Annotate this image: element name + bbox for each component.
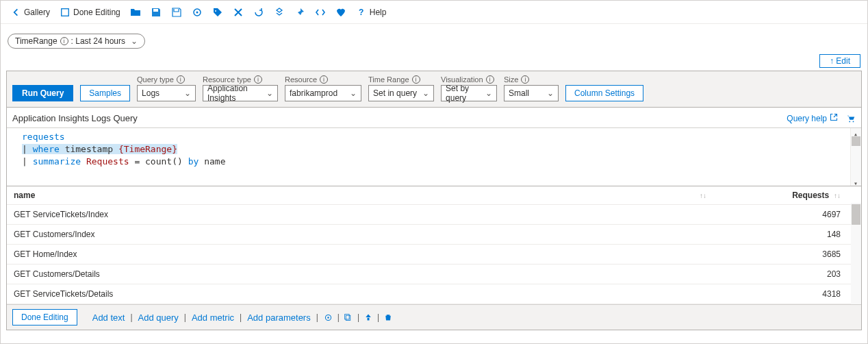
- edit-button[interactable]: ↑ Edit: [819, 54, 860, 68]
- gear-icon[interactable]: [324, 312, 333, 322]
- stop-edit-icon: [60, 7, 71, 18]
- add-parameters-link[interactable]: Add parameters: [247, 312, 311, 323]
- gallery-button[interactable]: Gallery: [6, 4, 54, 21]
- cell-requests: 4697: [724, 205, 861, 225]
- heart-icon[interactable]: [331, 4, 350, 21]
- table-row[interactable]: GET Customers/Details203: [7, 265, 861, 284]
- samples-button[interactable]: Samples: [80, 85, 130, 101]
- time-range-select[interactable]: Set in query⌄: [368, 85, 434, 101]
- table-scrollbar[interactable]: [851, 203, 861, 304]
- done-editing-button[interactable]: Done Editing: [12, 309, 77, 325]
- tag-icon[interactable]: [208, 4, 227, 21]
- sort-icon: ↑↓: [700, 192, 706, 199]
- scroll-up-icon[interactable]: ▴: [852, 128, 860, 136]
- svg-point-4: [853, 121, 854, 122]
- pin-icon[interactable]: [290, 4, 309, 21]
- add-text-link[interactable]: Add text: [92, 312, 125, 323]
- svg-point-6: [328, 317, 329, 318]
- chevron-down-icon: ⌄: [266, 88, 273, 98]
- save-as-icon[interactable]: [167, 4, 186, 21]
- info-icon: i: [412, 75, 420, 84]
- settings-icon[interactable]: [188, 4, 207, 21]
- editor-scrollbar[interactable]: ▴ ▾: [850, 128, 861, 186]
- results-table: name ↑↓ Requests ↑↓ GET ServiceTickets/I…: [7, 186, 861, 304]
- cell-name: GET Customers/Index: [7, 225, 724, 245]
- info-icon: i: [320, 75, 328, 84]
- col-requests[interactable]: Requests ↑↓: [724, 186, 861, 205]
- open-external-icon: [830, 113, 838, 123]
- scroll-thumb[interactable]: [852, 136, 860, 146]
- done-editing-label: Done Editing: [73, 8, 120, 17]
- chevron-down-icon: ⌄: [422, 88, 429, 98]
- time-range-label: Time Range: [368, 75, 409, 84]
- table-row[interactable]: GET Customers/Index148: [7, 225, 861, 245]
- query-type-label: Query type: [137, 75, 174, 84]
- group-icon[interactable]: [270, 4, 289, 21]
- run-query-button[interactable]: Run Query: [12, 85, 73, 101]
- cart-icon[interactable]: [846, 114, 856, 123]
- query-help-link[interactable]: Query help: [787, 113, 838, 123]
- save-icon[interactable]: [146, 4, 166, 21]
- query-panel: Run Query Samples Query typei Logs⌄ Reso…: [6, 71, 862, 330]
- help-label: Help: [370, 8, 387, 17]
- table-row[interactable]: GET Home/Index3685: [7, 245, 861, 265]
- chevron-down-icon: ⌄: [485, 88, 492, 98]
- info-icon: i: [521, 75, 529, 84]
- visualization-select[interactable]: Set by query⌄: [441, 85, 497, 101]
- panel-footer: Done Editing Add text | Add query | Add …: [7, 304, 861, 330]
- refresh-icon[interactable]: [249, 4, 268, 21]
- timerange-pill[interactable]: TimeRange i : Last 24 hours ⌄: [8, 34, 145, 49]
- query-type-select[interactable]: Logs⌄: [137, 85, 196, 101]
- timerange-label: TimeRange: [15, 36, 58, 46]
- size-label: Size: [504, 75, 518, 84]
- cell-requests: 4318: [724, 284, 861, 304]
- table-row[interactable]: GET ServiceTickets/Index4697: [7, 205, 861, 225]
- column-settings-button[interactable]: Column Settings: [565, 85, 643, 101]
- close-icon[interactable]: [229, 4, 248, 21]
- add-query-link[interactable]: Add query: [138, 312, 179, 323]
- resource-type-label: Resource type: [203, 75, 251, 84]
- parameters-row: TimeRange i : Last 24 hours ⌄: [1, 24, 867, 54]
- size-select[interactable]: Small⌄: [504, 85, 559, 101]
- gallery-label: Gallery: [24, 8, 50, 17]
- resource-label: Resource: [285, 75, 317, 84]
- top-toolbar: Gallery Done Editing ? Help: [1, 1, 867, 24]
- scroll-thumb[interactable]: [852, 204, 860, 225]
- cell-requests: 203: [724, 265, 861, 284]
- help-button[interactable]: ? Help: [352, 4, 391, 21]
- sort-icon: ↑↓: [832, 192, 841, 199]
- info-icon: i: [254, 75, 262, 84]
- cell-name: GET Home/Index: [7, 245, 724, 265]
- scroll-down-icon[interactable]: ▾: [852, 177, 860, 186]
- done-editing-button[interactable]: Done Editing: [55, 4, 125, 21]
- open-icon[interactable]: [126, 4, 145, 21]
- timerange-value: : Last 24 hours: [71, 36, 125, 46]
- copy-icon[interactable]: [344, 312, 353, 322]
- info-icon: i: [486, 75, 494, 84]
- table-row[interactable]: GET ServiceTickets/Details4318: [7, 284, 861, 304]
- cell-name: GET ServiceTickets/Index: [7, 205, 724, 225]
- chevron-down-icon: ⌄: [131, 36, 138, 46]
- visualization-label: Visualization: [441, 75, 483, 84]
- move-up-icon[interactable]: [363, 312, 373, 322]
- add-metric-link[interactable]: Add metric: [192, 312, 234, 323]
- cell-requests: 148: [724, 225, 861, 245]
- info-icon: i: [60, 37, 68, 45]
- svg-point-3: [849, 121, 850, 122]
- code-icon[interactable]: [311, 4, 330, 21]
- col-sort-spacer[interactable]: ↑↓: [690, 186, 724, 205]
- svg-rect-0: [62, 8, 69, 16]
- resource-type-select[interactable]: Application Insights⌄: [203, 85, 278, 101]
- arrow-left-icon: [10, 7, 21, 18]
- cell-requests: 3685: [724, 245, 861, 265]
- section-title: Application Insights Logs Query: [12, 113, 138, 123]
- resource-select[interactable]: fabrikamprod⌄: [285, 85, 361, 101]
- chevron-down-icon: ⌄: [547, 88, 554, 98]
- help-icon: ?: [356, 7, 367, 18]
- svg-rect-7: [346, 315, 351, 320]
- cell-name: GET Customers/Details: [7, 265, 724, 284]
- delete-icon[interactable]: [383, 312, 393, 322]
- col-name[interactable]: name: [7, 186, 690, 205]
- svg-rect-8: [345, 314, 350, 319]
- query-editor[interactable]: requests | where timestamp {TimeRange} |…: [7, 127, 861, 186]
